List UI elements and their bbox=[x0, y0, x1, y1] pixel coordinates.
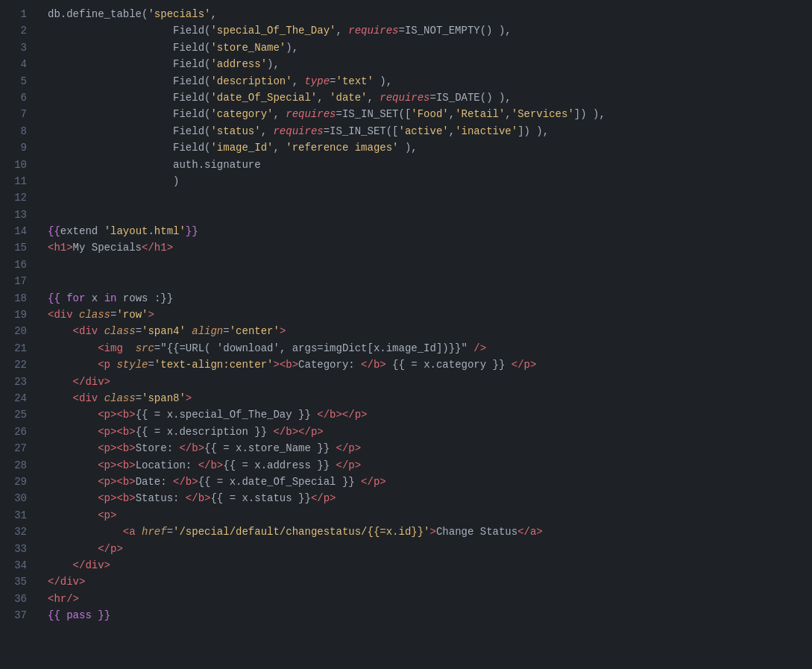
code-line: <p><b>Status: </b>{{ = x.status }}</p> bbox=[48, 490, 812, 506]
token: =IS_IN_SET([ bbox=[324, 125, 399, 137]
token: Status: bbox=[136, 492, 186, 504]
line-number: 7 bbox=[0, 106, 36, 122]
token: 'image_Id' bbox=[210, 142, 273, 154]
token: </b> bbox=[361, 359, 386, 371]
token: </b> bbox=[186, 492, 211, 504]
line-number: 15 bbox=[0, 239, 36, 256]
code-content[interactable]: db.define_table('specials', Field('speci… bbox=[36, 0, 812, 669]
token: align bbox=[192, 325, 223, 337]
token: <p><b> bbox=[48, 442, 136, 454]
token: , bbox=[336, 25, 348, 37]
token: <p><b> bbox=[48, 492, 136, 504]
code-editor: 1234567891011121314151617181920212223242… bbox=[0, 0, 812, 669]
line-number: 27 bbox=[0, 440, 36, 456]
line-number: 26 bbox=[0, 424, 36, 440]
token: type bbox=[304, 75, 330, 87]
token: 'inactive' bbox=[455, 125, 517, 137]
code-line: Field('category', requires=IS_IN_SET(['F… bbox=[48, 106, 812, 122]
token: </b> bbox=[198, 459, 224, 471]
token: requires bbox=[348, 25, 398, 37]
code-line: <p><b>Location: </b>{{ = x.address }} </… bbox=[48, 457, 812, 474]
token: 'text-align:center' bbox=[154, 359, 274, 371]
token: ), bbox=[267, 58, 280, 70]
line-number: 4 bbox=[0, 56, 36, 72]
token: requires bbox=[380, 92, 429, 104]
token: <a bbox=[48, 526, 142, 538]
token: 'row' bbox=[116, 309, 148, 321]
token: }} bbox=[92, 609, 110, 621]
code-line: Field('store_Name'), bbox=[48, 40, 812, 56]
code-line: </div> bbox=[48, 374, 812, 390]
code-line: <p><b>{{ = x.description }} </b></p> bbox=[48, 424, 812, 440]
token: </b> bbox=[173, 476, 198, 488]
token: ) bbox=[48, 175, 179, 187]
token: 'specials' bbox=[148, 8, 210, 20]
line-number: 5 bbox=[0, 73, 36, 89]
line-number: 18 bbox=[0, 290, 36, 307]
code-line: {{ pass }} bbox=[48, 607, 812, 624]
token: {{ bbox=[48, 225, 60, 237]
code-line: auth.signature bbox=[48, 157, 812, 173]
line-number: 12 bbox=[0, 189, 36, 206]
token: 'span8' bbox=[142, 392, 186, 404]
token: 'special_Of_The_Day' bbox=[210, 25, 336, 37]
line-number: 23 bbox=[0, 374, 36, 390]
token: 'Retail' bbox=[455, 108, 505, 120]
token: {{ bbox=[48, 609, 66, 621]
code-line: db.define_table('specials', bbox=[48, 6, 812, 22]
line-number: 9 bbox=[0, 139, 36, 156]
token: class bbox=[104, 325, 136, 337]
token: Field( bbox=[48, 108, 210, 120]
line-number: 6 bbox=[0, 89, 36, 106]
token: Location: bbox=[136, 459, 198, 471]
code-line: </div> bbox=[48, 574, 812, 590]
token: =IS_DATE() ), bbox=[430, 92, 512, 104]
token: 'status' bbox=[210, 125, 260, 137]
code-line: Field('special_Of_The_Day', requires=IS_… bbox=[48, 22, 812, 39]
code-line bbox=[48, 273, 812, 289]
token: class bbox=[104, 392, 136, 404]
token: <p> bbox=[48, 509, 116, 521]
line-number: 29 bbox=[0, 474, 36, 490]
token: '/special/default/changestatus/{{=x.id}}… bbox=[173, 526, 429, 538]
token: ]) ), bbox=[517, 125, 549, 137]
token: {{ = x.store_Name }} bbox=[204, 442, 336, 454]
code-line: <p style='text-align:center'><b>Category… bbox=[48, 357, 812, 373]
token: </p> bbox=[311, 492, 336, 504]
token: 'text' bbox=[336, 75, 373, 87]
token: 'active' bbox=[399, 125, 449, 137]
token: </p> bbox=[336, 459, 361, 471]
token: , bbox=[317, 92, 330, 104]
token: Field( bbox=[48, 25, 210, 37]
token: > bbox=[186, 392, 192, 404]
token: </p> bbox=[512, 359, 537, 371]
line-number: 37 bbox=[0, 607, 36, 624]
line-number: 20 bbox=[0, 323, 36, 339]
line-number: 1 bbox=[0, 6, 36, 22]
token: }} bbox=[186, 225, 198, 237]
token: , bbox=[368, 92, 380, 104]
token: 'category' bbox=[210, 108, 273, 120]
token: </b> bbox=[179, 442, 204, 454]
token: db.define_table( bbox=[48, 8, 148, 20]
token: <div bbox=[48, 392, 104, 404]
code-line: Field('date_Of_Special', 'date', require… bbox=[48, 89, 812, 106]
token bbox=[186, 325, 192, 337]
code-line: <a href='/special/default/changestatus/{… bbox=[48, 524, 812, 540]
token: {{ = x.date_Of_Special }} bbox=[198, 476, 361, 488]
token: src bbox=[136, 342, 154, 354]
code-line bbox=[48, 189, 812, 206]
code-line: </div> bbox=[48, 557, 812, 574]
token: Store: bbox=[136, 442, 180, 454]
token: extend bbox=[60, 225, 104, 237]
token: in bbox=[104, 292, 117, 304]
token: My Specials bbox=[73, 242, 142, 254]
token: Date: bbox=[136, 476, 173, 488]
line-number: 14 bbox=[0, 223, 36, 239]
token: Field( bbox=[48, 125, 210, 137]
line-number: 35 bbox=[0, 574, 36, 590]
token: </p> bbox=[361, 476, 386, 488]
code-line: <h1>My Specials</h1> bbox=[48, 239, 812, 256]
token: , bbox=[273, 108, 286, 120]
token: Field( bbox=[48, 142, 210, 154]
